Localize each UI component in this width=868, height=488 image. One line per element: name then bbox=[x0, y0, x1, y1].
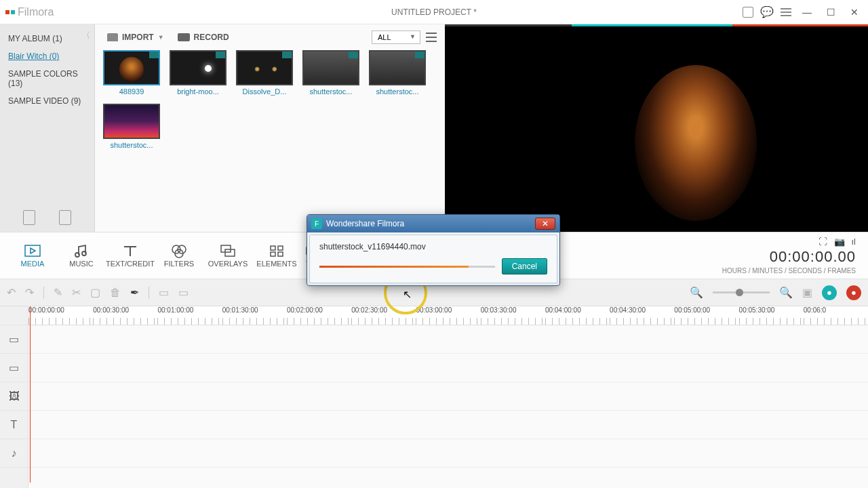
timecode: 00:00:00.00 bbox=[770, 248, 856, 266]
sidebar-item-blair-witch[interactable]: Blair Witch (0) bbox=[0, 47, 94, 65]
tab-label: MUSIC bbox=[69, 260, 93, 268]
import-button[interactable]: IMPORT ▼ bbox=[103, 30, 168, 45]
svg-rect-9 bbox=[271, 246, 275, 250]
tab-label: FILTERS bbox=[164, 260, 194, 268]
ruler-tick: 00:06:0 bbox=[804, 306, 826, 314]
media-thumb[interactable]: Dissolve_D... bbox=[236, 50, 293, 96]
timeline-track-image[interactable] bbox=[28, 382, 868, 411]
chevron-down-icon: ▼ bbox=[158, 34, 164, 41]
thumb-label: shutterstoc... bbox=[376, 87, 419, 96]
tab-overlays[interactable]: OVERLAYS bbox=[203, 243, 252, 268]
sidebar-item-my-album[interactable]: MY ALBUM (1) bbox=[0, 30, 94, 47]
ruler-tick: 00:04:00:00 bbox=[545, 306, 581, 314]
preview-panel bbox=[445, 24, 868, 232]
sidebar-item-sample-colors[interactable]: SAMPLE COLORS (13) bbox=[0, 65, 94, 92]
track-head-video2[interactable]: ▭ bbox=[0, 354, 28, 382]
header-doc-icon[interactable] bbox=[743, 7, 753, 18]
edit-icon[interactable]: ✎ bbox=[54, 286, 62, 299]
timeline-track-audio[interactable] bbox=[28, 439, 868, 468]
timeline-track-video2[interactable] bbox=[28, 354, 868, 382]
record-vo-icon[interactable]: ▭ bbox=[159, 286, 169, 299]
feedback-icon[interactable]: 💬 bbox=[760, 5, 774, 18]
redo-icon[interactable]: ↷ bbox=[25, 286, 34, 299]
timeline-track-text[interactable] bbox=[28, 411, 868, 439]
media-thumb[interactable]: shutterstoc... bbox=[369, 50, 426, 96]
ruler-tick: 00:01:00:00 bbox=[157, 306, 193, 314]
media-filter-select[interactable]: ALL bbox=[372, 30, 420, 44]
tab-label: MEDIA bbox=[21, 260, 45, 268]
media-thumb[interactable]: 488939 bbox=[103, 50, 160, 96]
minimize-button[interactable]: — bbox=[798, 7, 816, 18]
pen-icon[interactable]: ✒ bbox=[130, 286, 139, 299]
record-label: RECORD bbox=[194, 33, 229, 42]
media-thumb[interactable]: bright-moo... bbox=[170, 50, 226, 96]
preview-image bbox=[635, 65, 757, 221]
tab-label: TEXT/CREDIT bbox=[106, 260, 155, 268]
fit-icon[interactable]: ▣ bbox=[802, 286, 812, 299]
split-icon[interactable]: ✂ bbox=[72, 286, 81, 299]
dialog-progress-bar bbox=[319, 266, 495, 268]
svg-rect-7 bbox=[221, 245, 231, 252]
media-thumb[interactable]: shutterstoc... bbox=[103, 104, 160, 149]
record-button[interactable]: RECORD bbox=[174, 30, 233, 45]
marker-icon[interactable]: ● bbox=[822, 285, 837, 300]
tab-music[interactable]: MUSIC bbox=[57, 243, 106, 268]
dialog-titlebar[interactable]: F Wondershare Filmora ✕ bbox=[307, 215, 559, 232]
tab-label: ELEMENTS bbox=[256, 260, 296, 268]
ruler-tick: 00:01:30:00 bbox=[222, 306, 258, 314]
ruler-tick: 00:00:30:00 bbox=[93, 306, 129, 314]
ruler-tick: 00:00:00:00 bbox=[28, 306, 64, 314]
filmora-icon: F bbox=[311, 218, 322, 229]
titlebar: Filmora UNTITLED PROJECT * 💬 — ☐ ✕ bbox=[0, 0, 868, 24]
dialog-close-button[interactable]: ✕ bbox=[535, 218, 555, 230]
playhead[interactable] bbox=[30, 306, 31, 483]
svg-marker-1 bbox=[31, 248, 35, 253]
ruler-tick: 00:05:00:00 bbox=[674, 306, 710, 314]
track-head-text[interactable]: T bbox=[0, 411, 28, 439]
track-head-audio[interactable]: ♪ bbox=[0, 439, 28, 468]
media-thumb[interactable]: shutterstoc... bbox=[302, 50, 359, 96]
thumb-label: shutterstoc... bbox=[310, 87, 353, 96]
zoom-out-icon[interactable]: 🔍 bbox=[690, 286, 703, 299]
ruler-tick: 00:03:30:00 bbox=[481, 306, 517, 314]
sidebar-collapse-icon[interactable]: 〈 bbox=[82, 30, 90, 41]
view-mode-icon[interactable] bbox=[426, 33, 437, 42]
track-head-image[interactable]: 🖼 bbox=[0, 382, 28, 411]
tab-media[interactable]: MEDIA bbox=[8, 243, 57, 268]
fullscreen-icon[interactable]: ⛶ bbox=[818, 237, 827, 247]
svg-rect-12 bbox=[278, 252, 283, 256]
thumb-label: Dissolve_D... bbox=[243, 87, 287, 96]
dialog-title: Wondershare Filmora bbox=[326, 219, 404, 228]
tab-text-credit[interactable]: TEXT/CREDIT bbox=[106, 243, 155, 268]
cancel-button[interactable]: Cancel bbox=[502, 258, 547, 274]
import-label: IMPORT bbox=[122, 33, 154, 42]
svg-rect-10 bbox=[278, 246, 283, 250]
delete-icon[interactable]: 🗑 bbox=[110, 287, 121, 299]
logo-text: Filmora bbox=[18, 6, 54, 18]
export-clip-icon[interactable]: ▭ bbox=[178, 286, 189, 299]
crop-icon[interactable]: ▢ bbox=[90, 286, 100, 299]
close-window-button[interactable]: ✕ bbox=[846, 7, 863, 18]
menu-icon[interactable] bbox=[781, 7, 791, 18]
undo-icon[interactable]: ↶ bbox=[7, 286, 16, 299]
tab-label: OVERLAYS bbox=[208, 260, 248, 268]
sidebar-item-sample-video[interactable]: SAMPLE VIDEO (9) bbox=[0, 92, 94, 110]
zoom-slider[interactable] bbox=[713, 291, 770, 293]
track-head-video1[interactable]: ▭ bbox=[0, 325, 28, 354]
timeline-ruler[interactable]: 00:00:00:00 00:00:30:00 00:01:00:00 00:0… bbox=[28, 306, 868, 325]
svg-rect-8 bbox=[225, 249, 235, 256]
timeline-track-video1[interactable] bbox=[28, 325, 868, 354]
delete-folder-icon[interactable] bbox=[59, 210, 71, 225]
tab-elements[interactable]: ELEMENTS bbox=[252, 243, 301, 268]
volume-icon[interactable]: ıl bbox=[852, 237, 856, 247]
maximize-button[interactable]: ☐ bbox=[823, 7, 840, 18]
ruler-tick: 00:02:30:00 bbox=[351, 306, 387, 314]
snapshot-icon[interactable]: 📷 bbox=[834, 237, 845, 247]
preview-progress bbox=[445, 24, 868, 26]
project-title: UNTITLED PROJECT * bbox=[0, 7, 868, 17]
render-icon[interactable]: ● bbox=[846, 285, 861, 300]
tab-filters[interactable]: FILTERS bbox=[155, 243, 203, 268]
timeline: ▭ ▭ 🖼 T ♪ 00:00:00:00 00:00:30:00 00:01:… bbox=[0, 306, 868, 488]
zoom-in-icon[interactable]: 🔍 bbox=[779, 286, 793, 299]
new-folder-icon[interactable] bbox=[23, 210, 35, 225]
